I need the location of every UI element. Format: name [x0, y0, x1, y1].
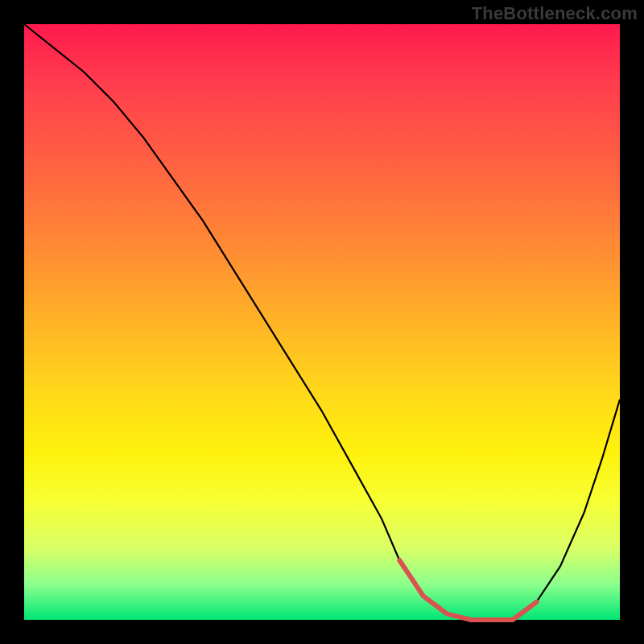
chart-plot-area — [24, 24, 620, 620]
chart-frame: TheBottleneck.com — [0, 0, 644, 644]
watermark-label: TheBottleneck.com — [472, 3, 638, 24]
flat-region-highlight — [399, 560, 536, 620]
bottleneck-curve-path — [24, 24, 620, 620]
chart-svg — [24, 24, 620, 620]
